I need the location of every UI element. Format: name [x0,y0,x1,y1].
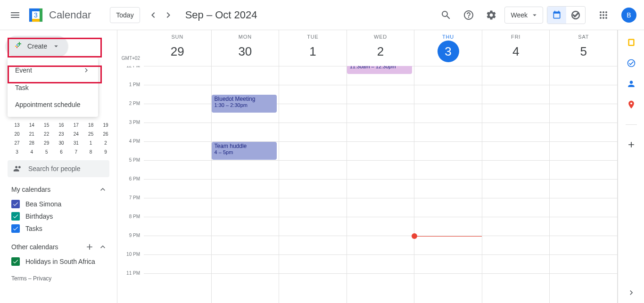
settings-button[interactable] [482,6,501,25]
calendar-item[interactable]: Holidays in South Africa [11,255,107,268]
create-menu-event[interactable]: Event [8,61,98,79]
mini-cal-day[interactable]: 26 [100,131,111,137]
calendar-view-toggle[interactable] [547,7,566,24]
calendar-checkbox[interactable] [11,200,20,208]
mini-cal-day[interactable]: 23 [56,131,67,137]
mini-cal-day[interactable]: 31 [70,140,82,146]
mini-cal-day[interactable]: 28 [26,140,37,146]
day-number[interactable]: 1 [302,41,323,62]
calendar-label: Bea Simona [25,200,61,208]
calendar-checkbox[interactable] [11,212,20,221]
calendar-event[interactable]: Project update11:30am – 12:30pm [347,66,413,74]
day-number[interactable]: 4 [505,41,527,62]
create-menu-task[interactable]: Task [8,79,98,96]
day-number[interactable]: 29 [166,41,188,62]
main-menu-button[interactable] [4,4,26,26]
mini-cal-day[interactable]: 13 [11,123,23,128]
calendar-logo-icon: 3 [26,6,45,25]
calendar-checkbox[interactable] [11,224,20,233]
mini-cal-day[interactable]: 7 [70,149,82,155]
chevron-left-icon [148,9,159,21]
mini-cal-day[interactable]: 19 [100,123,111,128]
google-apps-button[interactable] [594,6,613,25]
mini-cal-day[interactable]: 18 [85,123,97,128]
plus-icon[interactable] [85,242,94,252]
day-number[interactable]: 2 [370,41,391,62]
mini-cal-day[interactable]: 2 [100,140,111,146]
calendar-item[interactable]: Bea Simona [11,198,107,210]
mini-cal-day[interactable]: 24 [70,131,82,137]
day-column[interactable]: Bluedot Meeting1:30 – 2:30pmTeam huddle4… [212,66,280,303]
create-menu-appointment[interactable]: Appointment schedule [8,96,98,113]
mini-cal-day[interactable]: 15 [41,123,52,128]
help-icon [463,9,474,21]
day-column[interactable]: Project update11:30am – 12:30pm [347,66,415,303]
create-button[interactable]: Create [6,36,68,57]
mini-cal-day[interactable]: 9 [100,149,111,155]
gear-icon [486,9,497,21]
day-column[interactable] [279,66,347,303]
calendar-event[interactable]: Team huddle4 – 5pm [212,142,277,160]
dropdown-arrow-icon [530,11,539,19]
mini-cal-day[interactable]: 27 [11,140,23,146]
mini-calendar[interactable]: 1314151617181920212223242526272829303112… [11,123,111,155]
mini-cal-day[interactable]: 20 [11,131,23,137]
mini-cal-day[interactable]: 29 [41,140,52,146]
search-people[interactable]: Search for people [8,160,109,177]
mini-cal-day[interactable]: 25 [85,131,97,137]
calendar-checkbox[interactable] [11,257,20,266]
day-column[interactable] [482,66,550,303]
privacy-link[interactable]: Privacy [33,275,51,282]
prev-week-button[interactable] [146,8,161,23]
other-calendars-header[interactable]: Other calendars [11,242,107,252]
mini-cal-day[interactable]: 3 [11,149,23,155]
day-column[interactable] [414,66,482,303]
mini-cal-day[interactable]: 4 [26,149,37,155]
calendar-item[interactable]: Birthdays [11,210,107,222]
people-icon [13,164,23,173]
today-button[interactable]: Today [110,7,140,23]
maps-app-icon[interactable] [627,100,636,109]
calendar-event[interactable]: Bluedot Meeting1:30 – 2:30pm [212,95,277,113]
calendar-item[interactable]: Tasks [11,222,107,235]
mini-cal-day[interactable]: 16 [56,123,67,128]
dropdown-arrow-icon [52,42,60,50]
view-toggle-group [547,6,586,24]
day-number[interactable]: 3 [438,41,459,62]
account-avatar[interactable]: B [621,8,636,23]
day-number[interactable]: 30 [234,41,256,62]
contacts-app-icon[interactable] [627,79,636,89]
mini-cal-day[interactable]: 5 [41,149,52,155]
keep-app-icon[interactable] [627,38,636,47]
search-button[interactable] [437,6,455,25]
hide-panel-button[interactable] [627,288,636,297]
tasks-view-toggle[interactable] [566,7,585,24]
day-header: THU3 [414,30,482,66]
day-column[interactable] [550,66,618,303]
view-label: Week [511,11,528,19]
my-calendars-header[interactable]: My calendars [11,185,107,194]
view-selector[interactable]: Week [504,7,543,24]
apps-grid-icon [598,9,609,21]
mini-cal-day[interactable]: 8 [85,149,97,155]
nav-arrows [146,8,176,23]
next-week-button[interactable] [161,8,176,23]
terms-link[interactable]: Terms [11,275,27,282]
svg-text:3: 3 [34,11,38,19]
day-column[interactable] [144,66,212,303]
mini-cal-day[interactable]: 6 [56,149,67,155]
plus-icon [11,41,23,52]
tasks-app-icon[interactable] [627,58,636,68]
get-addons-button[interactable] [627,140,636,149]
time-label: 7 PM [117,195,144,214]
mini-cal-day[interactable]: 17 [70,123,82,128]
mini-cal-day[interactable]: 1 [85,140,97,146]
days-grid[interactable]: Bluedot Meeting1:30 – 2:30pmTeam huddle4… [144,66,618,303]
day-number[interactable]: 5 [573,41,594,62]
day-header: TUE1 [279,30,347,66]
mini-cal-day[interactable]: 30 [56,140,67,146]
mini-cal-day[interactable]: 22 [41,131,52,137]
mini-cal-day[interactable]: 14 [26,123,37,128]
support-button[interactable] [459,6,478,25]
mini-cal-day[interactable]: 21 [26,131,37,137]
